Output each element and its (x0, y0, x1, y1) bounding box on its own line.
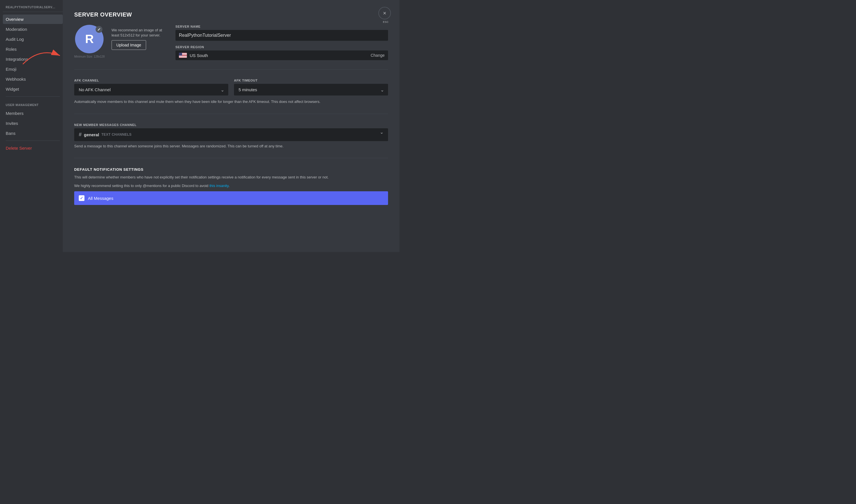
avatar-letter: R (85, 32, 93, 46)
channel-name-area: # general TEXT CHANNELS (79, 132, 132, 138)
sidebar-item-overview[interactable]: Overview (3, 15, 63, 24)
afk-channel-select[interactable]: No AFK Channel (74, 84, 228, 95)
upload-image-button[interactable]: Upload Image (112, 40, 146, 50)
sidebar-item-members[interactable]: Members (3, 109, 63, 118)
sidebar-item-roles[interactable]: Roles (3, 44, 63, 54)
sidebar-item-webhooks[interactable]: Webhooks (3, 74, 63, 84)
sidebar: REALPYTHONTUTORIALSERV... Overview Moder… (0, 0, 63, 252)
min-size-text: Minimum Size: 128x128 (74, 55, 105, 58)
close-icon: × (383, 10, 386, 17)
sidebar-item-widget[interactable]: Widget (3, 84, 63, 94)
new-member-description: Send a message to this channel when some… (74, 143, 388, 149)
us-flag-icon (179, 53, 187, 58)
sidebar-item-integrations[interactable]: Integrations (3, 54, 63, 64)
channel-chevron-icon: ⌄ (380, 129, 383, 134)
afk-channel-col: AFK CHANNEL No AFK Channel ⌄ (74, 79, 228, 95)
insanity-link[interactable]: this insanity (209, 184, 228, 188)
esc-label: ESC (383, 20, 389, 23)
channel-type: TEXT CHANNELS (101, 132, 132, 137)
afk-timeout-select-wrapper: 5 minutes ⌄ (234, 84, 388, 95)
afk-timeout-label: AFK TIMEOUT (234, 79, 388, 82)
afk-timeout-col: AFK TIMEOUT 5 minutes ⌄ (234, 79, 388, 95)
server-region-label: SERVER REGION (175, 45, 388, 49)
sidebar-item-emoji[interactable]: Emoji (3, 65, 63, 74)
server-name-field: SERVER NAME (175, 25, 388, 41)
server-name-label: REALPYTHONTUTORIALSERV... (3, 6, 63, 12)
change-region-button[interactable]: Change (371, 53, 384, 58)
hash-icon: # (79, 132, 82, 138)
server-icon-area: R Minimum Size: 128x128 (74, 25, 105, 58)
sidebar-divider-2 (6, 141, 60, 141)
afk-timeout-select[interactable]: 5 minutes (234, 84, 388, 95)
close-button[interactable]: × (378, 7, 391, 19)
overview-top-section: R Minimum Size: 128x128 We recommend an … (74, 25, 388, 70)
sidebar-item-bans[interactable]: Bans (3, 129, 63, 138)
server-region-field: SERVER REGION US South Change (175, 45, 388, 60)
region-name: US South (190, 53, 208, 58)
upload-area: We recommend an image of at least 512x51… (112, 25, 169, 50)
sidebar-item-moderation[interactable]: Moderation (3, 24, 63, 34)
main-content: × ESC SERVER OVERVIEW R Minimum Size: 12… (63, 0, 399, 252)
notification-desc-2: We highly recommend setting this to only… (74, 183, 388, 189)
region-selector[interactable]: US South Change (175, 51, 388, 60)
notification-desc-1: This will determine whether members who … (74, 175, 388, 180)
checkmark-icon: ✓ (80, 196, 83, 200)
new-member-section: NEW MEMBER MESSAGES CHANNEL # general TE… (74, 123, 388, 159)
afk-description: Automatically move members to this chann… (74, 99, 388, 105)
afk-channel-select-wrapper: No AFK Channel ⌄ (74, 84, 228, 95)
upload-description: We recommend an image of at least 512x51… (112, 28, 169, 38)
region-left: US South (179, 53, 208, 58)
afk-channel-label: AFK CHANNEL (74, 79, 228, 82)
sidebar-item-invites[interactable]: Invites (3, 119, 63, 128)
afk-row: AFK CHANNEL No AFK Channel ⌄ AFK TIMEOUT… (74, 79, 388, 95)
server-name-area: SERVER NAME SERVER REGION US South Chang… (175, 25, 388, 60)
user-management-label: USER MANAGEMENT (3, 99, 63, 108)
all-messages-label: All Messages (88, 196, 113, 201)
sidebar-item-audit-log[interactable]: Audit Log (3, 35, 63, 44)
avatar-edit-icon[interactable] (96, 26, 102, 33)
server-avatar[interactable]: R (75, 25, 104, 53)
channel-label: general (84, 132, 99, 137)
all-messages-option[interactable]: ✓ All Messages (74, 191, 388, 205)
notification-section: DEFAULT NOTIFICATION SETTINGS This will … (74, 167, 388, 205)
afk-section: AFK CHANNEL No AFK Channel ⌄ AFK TIMEOUT… (74, 79, 388, 114)
delete-server-button[interactable]: Delete Server (3, 143, 63, 153)
server-name-input[interactable] (175, 30, 388, 41)
page-title: SERVER OVERVIEW (74, 12, 388, 18)
server-name-label: SERVER NAME (175, 25, 388, 28)
new-member-label: NEW MEMBER MESSAGES CHANNEL (74, 123, 388, 127)
sidebar-divider (6, 96, 60, 97)
channel-select[interactable]: # general TEXT CHANNELS ⌄ (74, 128, 388, 141)
all-messages-checkbox: ✓ (79, 195, 84, 201)
notification-title: DEFAULT NOTIFICATION SETTINGS (74, 167, 388, 172)
